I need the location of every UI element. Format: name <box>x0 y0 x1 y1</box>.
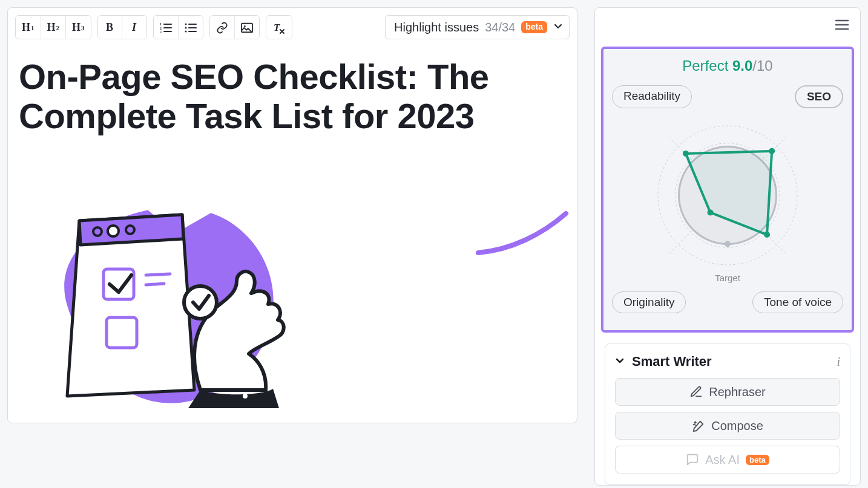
svg-line-22 <box>146 284 164 285</box>
compose-label: Compose <box>711 419 763 433</box>
smart-writer-title: Smart Writer <box>632 354 712 369</box>
heading-1-button[interactable]: H1 <box>16 16 41 39</box>
document-illustration <box>15 142 570 411</box>
svg-point-39 <box>683 151 689 157</box>
svg-text:1: 1 <box>160 22 162 26</box>
svg-point-13 <box>244 25 246 27</box>
ordered-list-icon: 1 2 3 <box>160 22 172 33</box>
chevron-down-icon <box>615 356 625 368</box>
chevron-down-icon <box>553 21 563 33</box>
list-group: 1 2 3 <box>153 15 203 39</box>
italic-button[interactable]: I <box>122 16 146 39</box>
heading-2-button[interactable]: H2 <box>41 16 67 39</box>
rephraser-button[interactable]: Rephraser <box>615 378 840 406</box>
svg-point-42 <box>708 209 714 215</box>
heading-2-label: H <box>47 21 56 34</box>
compose-icon <box>692 419 705 432</box>
score-word: Perfect <box>682 57 728 74</box>
heading-2-sub: 2 <box>56 24 60 31</box>
sidebar-panel: Perfect 9.0/10 Readability SEO Target Or… <box>594 7 861 486</box>
score-card: Perfect 9.0/10 Readability SEO Target Or… <box>601 47 854 333</box>
svg-point-8 <box>185 30 186 32</box>
ask-ai-icon <box>686 453 699 466</box>
ask-ai-button[interactable]: Ask AI beta <box>615 446 840 473</box>
radar-chart <box>612 117 843 274</box>
heading-1-sub: 1 <box>31 24 35 31</box>
rephraser-label: Rephraser <box>709 385 765 399</box>
heading-3-button[interactable]: H3 <box>66 16 91 39</box>
unordered-list-button[interactable] <box>179 16 203 39</box>
svg-point-41 <box>764 232 770 238</box>
heading-group: H1 H2 H3 <box>15 15 91 39</box>
score-line: Perfect 9.0/10 <box>612 57 843 74</box>
highlight-issues-dropdown[interactable]: Highlight issues 34/34 beta <box>385 15 570 39</box>
metric-readability[interactable]: Readability <box>612 85 692 108</box>
svg-point-7 <box>185 27 186 28</box>
svg-text:3: 3 <box>160 31 162 33</box>
svg-point-18 <box>108 226 119 236</box>
svg-point-25 <box>243 394 248 399</box>
ask-ai-beta-badge: beta <box>746 455 769 465</box>
svg-point-6 <box>185 23 186 25</box>
heading-3-label: H <box>72 21 81 34</box>
image-button[interactable] <box>235 16 259 39</box>
link-button[interactable] <box>210 16 235 39</box>
annotation-arrow-icon <box>475 201 578 264</box>
svg-point-40 <box>769 148 775 154</box>
beta-badge: beta <box>521 21 547 33</box>
radar-target-label: Target <box>612 273 843 283</box>
heading-3-sub: 3 <box>81 24 85 31</box>
link-icon <box>216 22 228 34</box>
svg-text:T: T <box>274 22 280 33</box>
svg-text:2: 2 <box>160 27 162 30</box>
score-value: 9.0 <box>732 57 752 74</box>
menu-icon <box>835 19 849 33</box>
clear-group: T <box>266 15 292 39</box>
metric-tone[interactable]: Tone of voice <box>752 291 843 313</box>
info-icon[interactable]: i <box>837 355 840 369</box>
image-icon <box>241 22 253 33</box>
highlight-issues-label: Highlight issues <box>394 21 479 34</box>
sidebar-menu-button[interactable] <box>830 14 854 38</box>
clear-format-icon: T <box>272 22 286 34</box>
insert-group <box>209 15 260 39</box>
metric-row-top: Readability SEO <box>612 85 843 108</box>
editor-panel: H1 H2 H3 B I 1 2 <box>7 7 577 423</box>
ask-ai-label: Ask AI <box>705 453 740 467</box>
metric-originality[interactable]: Originality <box>612 291 686 313</box>
document-title[interactable]: On-Page SEO Checklist: The Complete Task… <box>15 39 570 142</box>
compose-button[interactable]: Compose <box>615 412 840 440</box>
heading-1-label: H <box>22 21 30 34</box>
score-max: /10 <box>752 57 772 74</box>
svg-point-38 <box>725 241 731 247</box>
highlight-issues-count: 34/34 <box>485 21 515 34</box>
toolbar: H1 H2 H3 B I 1 2 <box>15 15 570 39</box>
rephraser-icon <box>689 385 703 399</box>
smart-writer-card: Smart Writer i Rephraser Compose <box>605 343 850 485</box>
svg-point-24 <box>184 286 217 319</box>
smart-writer-header[interactable]: Smart Writer i <box>615 354 840 369</box>
style-group: B I <box>97 15 147 39</box>
clear-format-button[interactable]: T <box>266 16 292 39</box>
metric-row-bottom: Originality Tone of voice <box>612 291 843 313</box>
unordered-list-icon <box>185 22 197 33</box>
svg-line-21 <box>146 274 170 275</box>
ordered-list-button[interactable]: 1 2 3 <box>154 16 179 39</box>
bold-button[interactable]: B <box>98 16 122 39</box>
metric-seo[interactable]: SEO <box>795 85 843 108</box>
